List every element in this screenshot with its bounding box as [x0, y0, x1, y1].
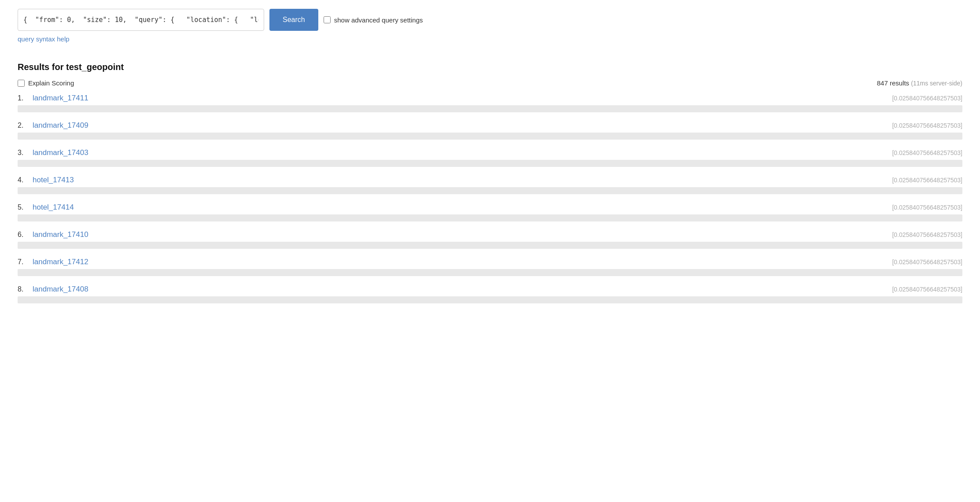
result-bar — [18, 187, 962, 194]
result-left: 7. landmark_17412 — [18, 258, 88, 266]
result-number: 3. — [18, 149, 30, 157]
result-item: 5. hotel_17414 [0.025840756648257503] — [18, 203, 962, 221]
result-score: [0.025840756648257503] — [892, 258, 962, 266]
result-link[interactable]: landmark_17410 — [33, 230, 88, 239]
result-left: 1. landmark_17411 — [18, 94, 88, 103]
result-link[interactable]: landmark_17411 — [33, 94, 88, 103]
query-syntax-link[interactable]: query syntax help — [18, 35, 70, 43]
result-row: 5. hotel_17414 [0.025840756648257503] — [18, 203, 962, 212]
result-number: 5. — [18, 203, 30, 211]
search-bar-container: Search show advanced query settings — [18, 9, 962, 31]
result-score: [0.025840756648257503] — [892, 149, 962, 156]
result-score: [0.025840756648257503] — [892, 95, 962, 102]
result-item: 6. landmark_17410 [0.025840756648257503] — [18, 230, 962, 249]
explain-scoring-checkbox[interactable] — [18, 80, 25, 87]
result-left: 4. hotel_17413 — [18, 176, 74, 185]
result-left: 3. landmark_17403 — [18, 148, 88, 157]
result-bar — [18, 269, 962, 276]
result-bar — [18, 214, 962, 221]
advanced-settings-text: show advanced query settings — [334, 16, 423, 24]
result-bar — [18, 242, 962, 249]
results-header: Explain Scoring 847 results (11ms server… — [18, 79, 962, 87]
result-left: 5. hotel_17414 — [18, 203, 74, 212]
search-button[interactable]: Search — [269, 9, 318, 31]
result-item: 2. landmark_17409 [0.025840756648257503] — [18, 121, 962, 140]
search-input[interactable] — [18, 9, 264, 31]
result-score: [0.025840756648257503] — [892, 122, 962, 129]
result-link[interactable]: landmark_17403 — [33, 148, 88, 157]
result-number: 6. — [18, 231, 30, 239]
result-bar — [18, 160, 962, 167]
result-score: [0.025840756648257503] — [892, 231, 962, 238]
result-score: [0.025840756648257503] — [892, 204, 962, 211]
result-number: 2. — [18, 122, 30, 129]
results-count-number: 847 results — [877, 79, 909, 87]
advanced-settings-label[interactable]: show advanced query settings — [324, 16, 423, 24]
result-number: 4. — [18, 176, 30, 184]
results-server-time: (11ms server-side) — [911, 80, 962, 87]
result-link[interactable]: hotel_17414 — [33, 203, 74, 212]
result-bar — [18, 133, 962, 140]
result-row: 3. landmark_17403 [0.025840756648257503] — [18, 148, 962, 157]
result-row: 1. landmark_17411 [0.025840756648257503] — [18, 94, 962, 103]
result-bar — [18, 105, 962, 112]
results-count: 847 results (11ms server-side) — [877, 79, 962, 87]
result-bar — [18, 296, 962, 303]
result-number: 7. — [18, 258, 30, 266]
result-row: 8. landmark_17408 [0.025840756648257503] — [18, 285, 962, 294]
result-item: 3. landmark_17403 [0.025840756648257503] — [18, 148, 962, 167]
result-row: 6. landmark_17410 [0.025840756648257503] — [18, 230, 962, 239]
result-left: 8. landmark_17408 — [18, 285, 88, 294]
result-row: 4. hotel_17413 [0.025840756648257503] — [18, 176, 962, 185]
explain-scoring-text: Explain Scoring — [28, 79, 74, 87]
result-link[interactable]: landmark_17409 — [33, 121, 88, 130]
result-row: 2. landmark_17409 [0.025840756648257503] — [18, 121, 962, 130]
result-item: 7. landmark_17412 [0.025840756648257503] — [18, 258, 962, 276]
result-number: 8. — [18, 285, 30, 293]
result-item: 4. hotel_17413 [0.025840756648257503] — [18, 176, 962, 194]
results-list: 1. landmark_17411 [0.025840756648257503]… — [18, 94, 962, 303]
result-score: [0.025840756648257503] — [892, 286, 962, 293]
result-left: 2. landmark_17409 — [18, 121, 88, 130]
result-link[interactable]: landmark_17412 — [33, 258, 88, 266]
advanced-settings-checkbox[interactable] — [324, 16, 331, 23]
result-item: 8. landmark_17408 [0.025840756648257503] — [18, 285, 962, 303]
result-link[interactable]: landmark_17408 — [33, 285, 88, 294]
explain-scoring-label[interactable]: Explain Scoring — [18, 79, 74, 87]
result-item: 1. landmark_17411 [0.025840756648257503] — [18, 94, 962, 112]
results-title: Results for test_geopoint — [18, 62, 962, 72]
result-link[interactable]: hotel_17413 — [33, 176, 74, 185]
result-row: 7. landmark_17412 [0.025840756648257503] — [18, 258, 962, 266]
result-number: 1. — [18, 94, 30, 102]
result-score: [0.025840756648257503] — [892, 177, 962, 184]
result-left: 6. landmark_17410 — [18, 230, 88, 239]
